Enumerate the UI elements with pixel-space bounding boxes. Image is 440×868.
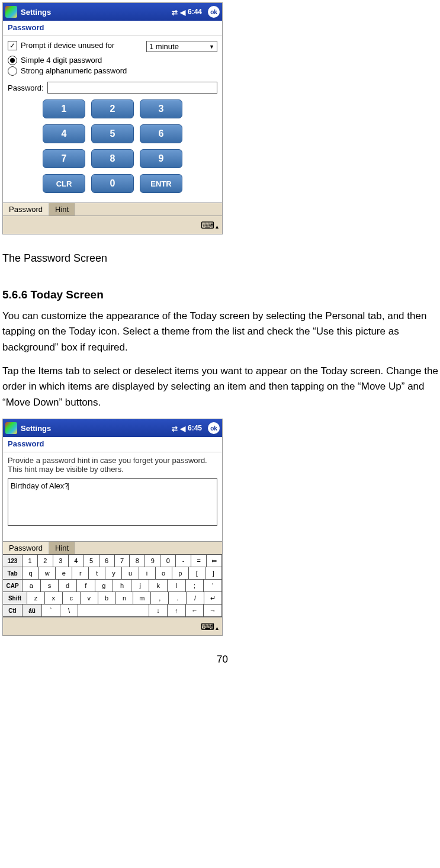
osk-key[interactable]: \ (60, 605, 79, 616)
osk-key[interactable]: s (41, 580, 59, 591)
osk-key[interactable]: p (172, 567, 189, 579)
osk-key[interactable]: q (23, 567, 39, 579)
osk-key[interactable]: [ (189, 567, 205, 579)
osk-key[interactable]: x (45, 592, 63, 604)
tab-password[interactable]: Password (3, 203, 49, 216)
osk-key[interactable]: . (169, 592, 187, 604)
osk-key[interactable]: 2 (38, 555, 53, 567)
osk-key[interactable]: = (191, 555, 207, 567)
osk-key[interactable]: e (56, 567, 72, 579)
osk-key[interactable]: m (133, 592, 151, 604)
osk-space[interactable] (78, 605, 149, 616)
password-hint-screenshot: Settings 6:45 ok Password Provide a pass… (2, 419, 223, 636)
osk-down[interactable] (149, 605, 168, 616)
osk-key[interactable]: ; (186, 580, 204, 591)
titlebar: Settings 6:45 ok (3, 419, 222, 437)
osk-key[interactable]: d (59, 580, 77, 591)
osk-key[interactable]: r (72, 567, 89, 579)
osk-key[interactable]: 7 (115, 555, 130, 567)
osk-key[interactable]: f (77, 580, 95, 591)
keypad-8[interactable]: 8 (91, 149, 134, 168)
password-input[interactable] (47, 82, 217, 94)
keypad-5[interactable]: 5 (91, 124, 134, 143)
osk-key[interactable]: c (63, 592, 81, 604)
keyboard-icon[interactable] (201, 621, 219, 632)
osk-key[interactable]: 5 (84, 555, 99, 567)
keypad-0[interactable]: 0 (91, 174, 134, 193)
osk-key[interactable]: h (113, 580, 131, 591)
osk-key[interactable]: b (98, 592, 116, 604)
clock[interactable]: 6:45 (188, 424, 202, 432)
osk-key[interactable]: l (168, 580, 186, 591)
osk-key[interactable]: , (151, 592, 169, 604)
keypad-clr[interactable]: CLR (43, 174, 85, 193)
radio-strong[interactable] (8, 66, 17, 76)
ok-button[interactable]: ok (208, 422, 220, 434)
osk-key[interactable]: w (39, 567, 56, 579)
clock[interactable]: 6:44 (188, 8, 202, 16)
hint-input[interactable]: Birthday of Alex? (8, 478, 217, 526)
osk-key[interactable]: / (187, 592, 204, 604)
osk-key[interactable]: y (105, 567, 122, 579)
keypad-2[interactable]: 2 (91, 99, 134, 118)
osk-key[interactable]: n (116, 592, 134, 604)
osk-ctl[interactable]: Ctl (3, 605, 23, 616)
osk-right[interactable] (204, 605, 222, 616)
osk-backspace[interactable] (207, 555, 222, 567)
osk-key[interactable]: z (27, 592, 45, 604)
osk-key[interactable]: a (23, 580, 41, 591)
hint-area: Provide a password hint in case you forg… (3, 452, 222, 528)
osk-left[interactable] (186, 605, 204, 616)
osk-key[interactable]: ] (205, 567, 222, 579)
osk-123[interactable]: 123 (3, 555, 23, 567)
osk-key[interactable]: k (149, 580, 168, 591)
tab-password[interactable]: Password (3, 542, 49, 554)
osk-enter[interactable] (204, 592, 222, 604)
osk-key[interactable]: 9 (145, 555, 160, 567)
volume-icon[interactable] (180, 8, 185, 16)
osk-key[interactable]: o (156, 567, 172, 579)
osk-key[interactable]: 6 (99, 555, 115, 567)
tab-hint[interactable]: Hint (49, 203, 75, 216)
osk-key[interactable]: u (122, 567, 139, 579)
windows-logo-icon[interactable] (5, 422, 17, 434)
keyboard-icon[interactable] (201, 220, 219, 231)
volume-icon[interactable] (180, 425, 185, 432)
osk-key[interactable]: 8 (130, 555, 145, 567)
ok-button[interactable]: ok (208, 6, 220, 18)
osk-caps[interactable]: CAP (3, 580, 23, 591)
osk-key[interactable]: 4 (69, 555, 84, 567)
keypad-6[interactable]: 6 (140, 124, 182, 143)
prompt-checkbox[interactable]: ✓ (8, 41, 17, 50)
osk-key[interactable]: ` (42, 605, 60, 616)
radio-simple[interactable] (8, 56, 17, 65)
section-heading: 5.6.6 Today Screen (2, 288, 440, 301)
osk-key[interactable]: g (95, 580, 114, 591)
password-settings-screenshot: Settings 6:44 ok Password ✓ Prompt if de… (2, 2, 223, 234)
osk-tab[interactable]: Tab (3, 567, 23, 579)
radio-simple-label: Simple 4 digit password (21, 56, 102, 65)
osk-up[interactable] (168, 605, 186, 616)
timeout-dropdown[interactable]: 1 minute (146, 41, 217, 52)
osk-shift[interactable]: Shift (3, 592, 27, 604)
keypad-9[interactable]: 9 (140, 149, 182, 168)
osk-key[interactable]: t (89, 567, 105, 579)
osk-key[interactable]: v (81, 592, 98, 604)
osk-key[interactable]: ' (204, 580, 222, 591)
osk-key[interactable]: 0 (160, 555, 176, 567)
osk-key[interactable]: j (131, 580, 150, 591)
tab-hint[interactable]: Hint (49, 542, 75, 554)
keypad-4[interactable]: 4 (43, 124, 85, 143)
osk-key[interactable]: 3 (53, 555, 69, 567)
keypad-7[interactable]: 7 (43, 149, 85, 168)
keypad-entr[interactable]: ENTR (140, 174, 182, 193)
osk-key[interactable]: - (176, 555, 191, 567)
osk-key[interactable]: 1 (23, 555, 38, 567)
windows-logo-icon[interactable] (5, 6, 17, 18)
osk-intl[interactable]: áü (23, 605, 42, 616)
connectivity-icon[interactable] (172, 8, 178, 17)
keypad-1[interactable]: 1 (43, 99, 85, 118)
connectivity-icon[interactable] (172, 424, 178, 433)
keypad-3[interactable]: 3 (140, 99, 182, 118)
osk-key[interactable]: i (139, 567, 156, 579)
